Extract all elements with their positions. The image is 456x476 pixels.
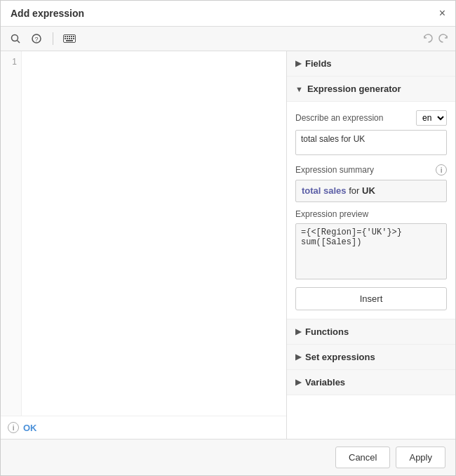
summary-label: Expression summary [295,165,374,175]
variables-section-header[interactable]: ▶ Variables [287,370,455,395]
svg-text:?: ? [34,36,38,43]
functions-label: Functions [305,326,349,337]
search-icon[interactable] [8,31,23,46]
editor-footer: i OK [1,416,286,439]
fields-label: Fields [305,58,332,69]
cancel-button[interactable]: Cancel [335,447,390,468]
svg-rect-15 [66,40,73,41]
preview-label-row: Expression preview [295,209,447,219]
line-number: 1 [5,57,17,67]
variables-arrow: ▶ [295,378,301,387]
info-icon: i [8,422,19,433]
line-numbers: 1 [1,51,22,416]
dialog-title: Add expression [11,8,84,19]
summary-part-2: for [347,185,362,196]
keyboard-icon[interactable] [62,31,77,46]
expression-generator-content: Describe an expression en fr de es total… [287,102,455,319]
svg-rect-13 [71,38,72,39]
help-icon[interactable]: ? [29,31,44,46]
functions-section-header[interactable]: ▶ Functions [287,319,455,345]
summary-part-1: total sales [302,185,347,196]
code-editor[interactable] [22,51,286,416]
expression-generator-label: Expression generator [307,84,401,94]
svg-rect-6 [67,36,68,37]
set-expressions-label: Set expressions [305,352,375,362]
svg-rect-10 [65,38,66,39]
dialog-body: 1 i OK ▶ Fields ▼ Expression generator [1,51,455,439]
describe-label: Describe an expression [295,113,383,123]
fields-arrow: ▶ [295,59,301,68]
preview-label: Expression preview [295,209,368,219]
toolbar-divider [53,32,53,45]
dialog-header: Add expression × [1,1,455,27]
preview-textarea[interactable]: ={<[Region]={'UK'}>} sum([Sales]) [295,223,447,279]
editor-area: 1 [1,51,286,416]
svg-rect-9 [73,36,74,37]
editor-panel: 1 i OK [1,51,287,439]
expression-summary-box: total sales for UK [295,180,447,202]
expression-generator-arrow: ▼ [295,85,303,93]
add-expression-dialog: Add expression × ? [0,0,456,476]
functions-arrow: ▶ [295,327,301,336]
right-panel: ▶ Fields ▼ Expression generator Describe… [287,51,455,439]
undo-button[interactable] [423,33,433,45]
set-expressions-arrow: ▶ [295,352,301,362]
language-select[interactable]: en fr de es [416,110,447,126]
dialog-toolbar: ? [1,27,455,51]
svg-rect-14 [73,38,74,39]
svg-rect-12 [69,38,70,39]
expression-generator-header[interactable]: ▼ Expression generator [287,77,455,102]
summary-info-icon[interactable]: i [436,164,447,176]
describe-label-row: Describe an expression en fr de es [295,110,447,126]
dialog-footer: Cancel Apply [1,439,455,475]
redo-button[interactable] [438,33,448,45]
svg-rect-5 [65,36,66,37]
insert-button[interactable]: Insert [295,287,447,310]
svg-rect-8 [71,36,72,37]
ok-button[interactable]: OK [23,423,37,433]
summary-part-3: UK [362,185,375,196]
describe-textarea[interactable]: total sales for UK [295,130,447,155]
close-button[interactable]: × [439,8,445,19]
variables-label: Variables [305,377,345,388]
svg-line-1 [18,41,20,44]
svg-point-0 [12,35,18,41]
svg-rect-7 [69,36,70,37]
set-expressions-section-header[interactable]: ▶ Set expressions [287,345,455,370]
svg-rect-11 [67,38,68,39]
summary-label-row: Expression summary i [295,164,447,176]
fields-section-header[interactable]: ▶ Fields [287,51,455,77]
apply-button[interactable]: Apply [396,447,445,468]
